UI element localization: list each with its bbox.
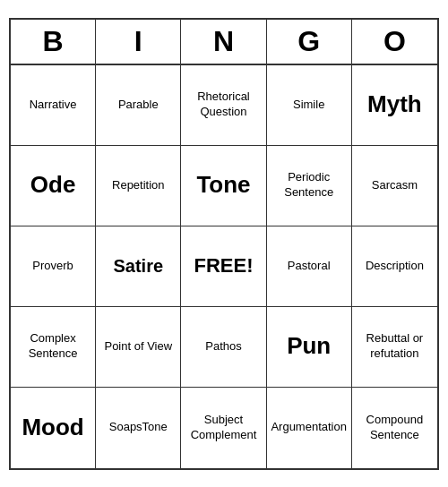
bingo-cell: Mood: [11, 388, 96, 468]
cell-text: Ode: [30, 170, 76, 201]
cell-text: Periodic Sentence: [271, 170, 348, 201]
bingo-cell: Argumentation: [267, 388, 352, 468]
cell-text: Description: [366, 259, 424, 274]
cell-text: Pathos: [205, 339, 241, 355]
bingo-cell: Subject Complement: [181, 388, 266, 468]
cell-text: Parable: [118, 98, 159, 113]
bingo-cell: FREE!: [181, 226, 266, 307]
cell-text: Rhetorical Question: [185, 90, 262, 120]
bingo-cell: Rhetorical Question: [181, 65, 266, 146]
cell-text: Rebuttal or refutation: [356, 331, 434, 362]
cell-text: Argumentation: [271, 420, 347, 435]
cell-text: Point of View: [104, 339, 172, 355]
bingo-cell: Satire: [96, 226, 181, 307]
bingo-cell: Pun: [267, 307, 352, 388]
bingo-header: BINGO: [11, 20, 437, 65]
bingo-letter: N: [181, 20, 266, 64]
bingo-cell: Description: [352, 226, 437, 307]
bingo-cell: Compound Sentence: [352, 388, 437, 468]
bingo-cell: Repetition: [96, 146, 181, 226]
cell-text: Compound Sentence: [356, 413, 434, 443]
bingo-cell: Proverb: [11, 226, 96, 307]
cell-text: Pun: [287, 331, 331, 362]
cell-text: Repetition: [112, 178, 165, 193]
bingo-grid: NarrativeParableRhetorical QuestionSimil…: [11, 65, 437, 468]
bingo-cell: Simile: [267, 65, 352, 146]
bingo-cell: Pastoral: [267, 226, 352, 307]
cell-text: Simile: [293, 98, 324, 113]
bingo-cell: Complex Sentence: [11, 307, 96, 388]
cell-text: Satire: [113, 254, 163, 278]
bingo-cell: Myth: [352, 65, 437, 146]
bingo-card: BINGO NarrativeParableRhetorical Questio…: [9, 18, 439, 470]
bingo-cell: SoapsTone: [96, 388, 181, 468]
bingo-cell: Point of View: [96, 307, 181, 388]
bingo-cell: Sarcasm: [352, 146, 437, 226]
bingo-cell: Pathos: [181, 307, 266, 388]
cell-text: Tone: [196, 170, 250, 201]
bingo-cell: Tone: [181, 146, 266, 226]
cell-text: Mood: [22, 413, 83, 443]
cell-text: Sarcasm: [372, 178, 418, 193]
bingo-letter: B: [11, 20, 96, 64]
bingo-letter: G: [267, 20, 352, 64]
cell-text: Pastoral: [288, 259, 331, 274]
cell-text: Subject Complement: [185, 413, 262, 443]
cell-text: Complex Sentence: [14, 331, 91, 362]
cell-text: Proverb: [32, 259, 73, 274]
cell-text: Myth: [367, 90, 422, 120]
bingo-cell: Rebuttal or refutation: [352, 307, 437, 388]
cell-text: SoapsTone: [109, 420, 168, 435]
bingo-cell: Periodic Sentence: [267, 146, 352, 226]
bingo-letter: I: [96, 20, 181, 64]
bingo-cell: Parable: [96, 65, 181, 146]
cell-text: Narrative: [30, 98, 77, 113]
bingo-letter: O: [352, 20, 437, 64]
bingo-cell: Narrative: [11, 65, 96, 146]
cell-text: FREE!: [194, 253, 253, 279]
bingo-cell: Ode: [11, 146, 96, 226]
